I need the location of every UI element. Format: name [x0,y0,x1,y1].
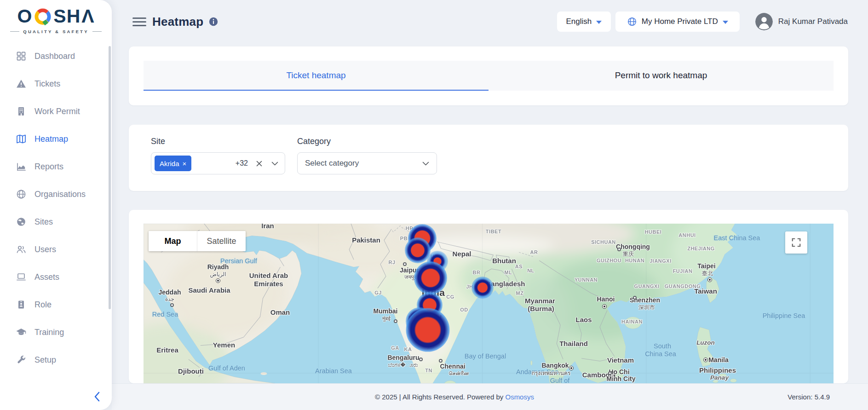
map-view-button[interactable]: Map [149,231,197,251]
language-select[interactable]: English [557,12,611,32]
category-placeholder: Select category [305,159,359,168]
tagline-rule-left [10,31,19,32]
brand-logo: O SH Λ QUALITY & SAFETY [0,0,112,37]
tickets-icon [16,78,27,89]
users-icon [16,244,27,255]
chevron-down-icon [596,21,602,24]
assets-icon [16,271,27,283]
brand-letter: SH [53,7,80,26]
sidebar-item-label: Work Permit [34,107,80,116]
organisation-value: My Home Private LTD [642,17,718,26]
map-type-control: Map Satellite [149,231,246,251]
app-window: O SH Λ QUALITY & SAFETY [0,0,868,410]
organisation-select[interactable]: My Home Private LTD [615,12,740,32]
info-icon[interactable] [209,17,218,26]
map-geography [144,224,834,383]
content-area: Ticket heatmap Permit to work heatmap Si… [112,43,868,383]
sidebar-item-role[interactable]: Role [0,291,112,318]
footer: © 2025 | All Rights Reserved. Powered by… [112,383,868,410]
chip-remove-icon[interactable]: × [183,160,187,167]
sidebar-item-label: Sites [34,217,53,227]
top-header: Heatmap English My Home Priva [112,0,868,43]
tagline-text: QUALITY & SAFETY [23,29,88,34]
fullscreen-icon [791,237,801,248]
chevron-down-icon [422,162,429,166]
setup-icon [16,354,27,365]
main-column: Heatmap English My Home Priva [112,0,868,410]
sidebar-item-label: Heatmap [34,134,68,144]
role-icon [16,299,27,310]
tagline-rule-right [92,31,102,32]
tab-ticket-heatmap[interactable]: Ticket heatmap [144,61,489,91]
map-canvas[interactable]: IranPakistanPersian GulfRiyadhالرياضJedd… [144,224,834,383]
sidebar-item-heatmap[interactable]: Heatmap [0,125,112,153]
osmosys-link[interactable]: Osmosys [505,393,534,401]
chevron-down-icon [723,21,728,24]
filters-card: Site Akrida × +32 [129,125,848,191]
sidebar: O SH Λ QUALITY & SAFETY [0,0,112,410]
site-multiselect[interactable]: Akrida × +32 [151,152,285,174]
category-select[interactable]: Select category [297,152,437,174]
chevron-down-icon [271,162,278,166]
version-text: Version: 5.4.9 [788,393,868,401]
work-permit-icon [16,106,27,117]
brand-q-ring-icon [33,7,52,27]
sidebar-item-label: Role [34,300,52,310]
fullscreen-button[interactable] [785,231,807,254]
sidebar-item-label: Organisations [34,190,86,199]
sidebar-item-label: Setup [34,355,56,365]
brand-letter: O [17,7,32,26]
hamburger-menu-icon[interactable] [132,15,146,29]
dashboard-icon [16,51,27,62]
user-name: Raj Kumar Pativada [778,17,848,26]
sidebar-item-reports[interactable]: Reports [0,153,112,180]
sidebar-item-tickets[interactable]: Tickets [0,70,112,98]
sidebar-scrollbar[interactable] [109,46,111,309]
site-more-count: +32 [236,159,248,167]
sidebar-collapse-button[interactable] [90,390,104,404]
user-avatar[interactable] [755,13,773,30]
site-filter-group: Site Akrida × +32 [151,137,285,179]
sidebar-item-label: Assets [34,272,59,282]
category-label: Category [297,137,437,146]
tabstrip: Ticket heatmap Permit to work heatmap [144,61,834,91]
site-chip[interactable]: Akrida × [155,156,191,171]
globe-icon [627,17,637,27]
copyright-text: © 2025 | All Rights Reserved. Powered by… [375,393,534,401]
brand-letter: Λ [81,7,94,26]
site-label: Site [151,137,285,146]
sidebar-item-setup[interactable]: Setup [0,346,112,374]
category-filter-group: Category Select category [297,137,437,179]
sidebar-item-label: Reports [34,162,63,172]
satellite-view-button[interactable]: Satellite [197,231,246,251]
page-title: Heatmap [152,15,203,29]
sidebar-nav: DashboardTicketsWork PermitHeatmapReport… [0,37,112,374]
sites-icon [16,216,27,227]
training-icon [16,327,27,338]
sidebar-item-assets[interactable]: Assets [0,263,112,291]
sidebar-item-dashboard[interactable]: Dashboard [0,42,112,70]
site-chip-label: Akrida [160,160,179,167]
map-card: IranPakistanPersian GulfRiyadhالرياضJedd… [129,210,848,383]
sidebar-item-label: Dashboard [34,52,75,61]
sidebar-item-training[interactable]: Training [0,318,112,346]
sidebar-item-label: Users [34,245,56,254]
heatmap-icon [16,133,27,144]
organisations-icon [16,189,27,200]
tab-permit-to-work-heatmap[interactable]: Permit to work heatmap [489,61,834,91]
clear-icon[interactable] [256,161,262,167]
brand-wordmark: O SH Λ [0,6,112,26]
sidebar-item-label: Training [34,328,64,337]
chevron-left-icon [94,392,100,402]
sidebar-item-work-permit[interactable]: Work Permit [0,98,112,125]
language-value: English [566,17,592,26]
heatmap-tabs-card: Ticket heatmap Permit to work heatmap [129,46,848,105]
sidebar-item-organisations[interactable]: Organisations [0,180,112,208]
reports-icon [16,161,27,172]
sidebar-item-sites[interactable]: Sites [0,208,112,236]
brand-tagline: QUALITY & SAFETY [0,29,112,34]
sidebar-item-label: Tickets [34,79,60,89]
sidebar-item-users[interactable]: Users [0,236,112,263]
